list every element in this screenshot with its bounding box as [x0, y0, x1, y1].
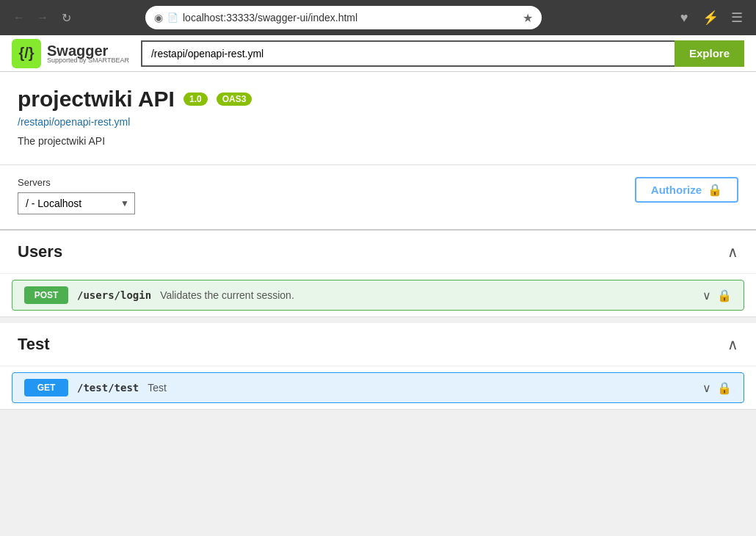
reload-button[interactable]: ↻: [56, 7, 76, 28]
chevron-up-icon-test: ∧: [727, 336, 738, 353]
swagger-logo: {/} Swagger Supported by SMARTBEAR: [12, 39, 129, 68]
page-icon: 📄: [167, 12, 178, 23]
api-info: projectwiki API 1.0 OAS3 /restapi/openap…: [0, 72, 756, 165]
authorize-button[interactable]: Authorize 🔒: [635, 177, 738, 203]
swagger-logo-text-container: Swagger Supported by SMARTBEAR: [47, 43, 129, 64]
endpoint-lock-icon: 🔒: [717, 289, 732, 303]
tag-title-test: Test: [18, 335, 50, 354]
endpoint-lock-icon-test: 🔒: [717, 381, 732, 395]
shield-icon: ◉: [154, 12, 163, 23]
api-title: projectwiki API: [18, 87, 175, 112]
tag-section-users: Users ∧ POST /users/login Validates the …: [0, 231, 756, 317]
servers-container: Servers / - Localhost ▼: [18, 177, 135, 214]
servers-label: Servers: [18, 177, 135, 188]
endpoint-path-test-test: /test/test: [77, 382, 139, 394]
firefox-account-icon[interactable]: ♥: [674, 7, 694, 28]
api-spec-link[interactable]: /restapi/openapi-rest.yml: [18, 116, 738, 128]
swagger-header: {/} Swagger Supported by SMARTBEAR Explo…: [0, 35, 756, 72]
endpoint-row-users-login[interactable]: POST /users/login Validates the current …: [12, 280, 744, 311]
swagger-logo-sub: Supported by SMARTBEAR: [47, 57, 129, 64]
address-text: localhost:33333/swagger-ui/index.html: [183, 12, 518, 23]
endpoint-path-users-login: /users/login: [77, 289, 151, 301]
tag-header-test[interactable]: Test ∧: [0, 323, 756, 366]
api-description: The projectwiki API: [18, 135, 738, 147]
method-badge-get: GET: [24, 379, 68, 396]
back-button[interactable]: ←: [9, 7, 29, 28]
authorize-button-label: Authorize: [651, 184, 702, 196]
version-badge: 1.0: [183, 93, 208, 106]
endpoint-chevron-icon-test: ∨: [702, 381, 711, 395]
endpoint-row-test-test[interactable]: GET /test/test Test ∨ 🔒: [12, 372, 744, 403]
server-select[interactable]: / - Localhost: [18, 192, 135, 214]
swagger-main: projectwiki API 1.0 OAS3 /restapi/openap…: [0, 72, 756, 536]
browser-chrome: ← → ↻ ◉ 📄 localhost:33333/swagger-ui/ind…: [0, 0, 756, 35]
bookmark-icon[interactable]: ★: [523, 11, 533, 25]
swagger-url-bar: Explore: [141, 40, 744, 67]
oas-badge: OAS3: [217, 93, 252, 106]
endpoint-actions-users-login: ∨ 🔒: [702, 289, 732, 303]
forward-button[interactable]: →: [32, 7, 53, 28]
nav-buttons: ← → ↻: [9, 7, 76, 28]
chevron-up-icon-users: ∧: [727, 243, 738, 261]
swagger-logo-icon: {/}: [12, 39, 41, 68]
endpoint-desc-users-login: Validates the current session.: [160, 289, 294, 301]
address-bar: ◉ 📄 localhost:33333/swagger-ui/index.htm…: [145, 6, 542, 29]
endpoint-chevron-icon: ∨: [702, 289, 711, 303]
tag-section-test: Test ∧ GET /test/test Test ∨ 🔒: [0, 323, 756, 410]
endpoint-desc-test-test: Test: [148, 382, 167, 394]
menu-icon[interactable]: ☰: [727, 7, 747, 28]
explore-button[interactable]: Explore: [675, 40, 744, 67]
swagger-url-input[interactable]: [141, 40, 675, 67]
browser-actions: ♥ ⚡ ☰: [674, 7, 747, 28]
api-title-row: projectwiki API 1.0 OAS3: [18, 87, 738, 112]
tag-title-users: Users: [18, 242, 62, 261]
endpoint-actions-test-test: ∨ 🔒: [702, 381, 732, 395]
server-select-wrapper: / - Localhost ▼: [18, 192, 135, 214]
tag-header-users[interactable]: Users ∧: [0, 231, 756, 274]
extensions-icon[interactable]: ⚡: [700, 7, 721, 28]
lock-icon: 🔒: [708, 183, 722, 197]
servers-section: Servers / - Localhost ▼ Authorize 🔒: [0, 165, 756, 231]
method-badge-post: POST: [24, 286, 68, 304]
